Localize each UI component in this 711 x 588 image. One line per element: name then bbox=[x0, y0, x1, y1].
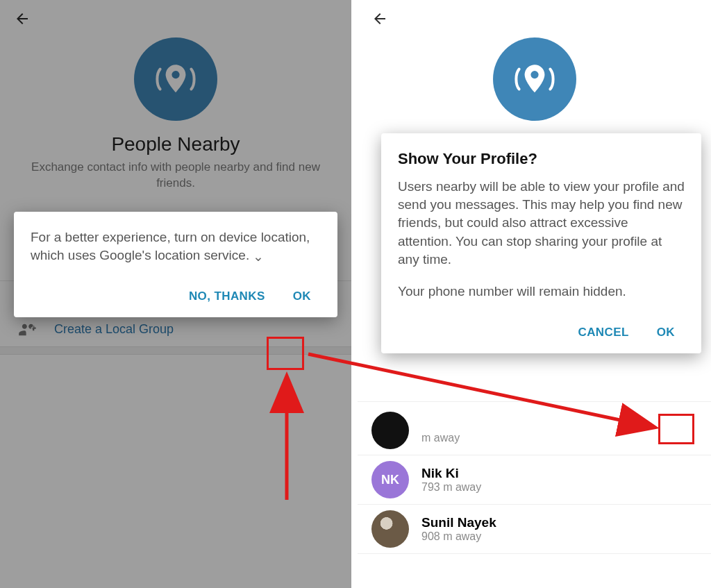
chevron-down-icon[interactable]: ⌄ bbox=[253, 248, 264, 266]
svg-point-1 bbox=[530, 71, 538, 78]
location-permission-dialog: For a better experience, turn on device … bbox=[14, 212, 337, 317]
person-row[interactable]: Sunil Nayek 908 m away bbox=[358, 505, 711, 554]
screenshot-right: People Nearby m away NK Nik Ki 793 m awa… bbox=[358, 0, 711, 588]
no-thanks-button[interactable]: NO, THANKS bbox=[182, 283, 272, 310]
page-title: People Nearby bbox=[18, 133, 333, 156]
create-local-group-row[interactable]: Create a Local Group bbox=[0, 313, 351, 346]
person-name: Sunil Nayek bbox=[421, 515, 496, 530]
topbar bbox=[358, 0, 711, 37]
page-sub: Exchange contact info with people nearby… bbox=[18, 160, 333, 192]
person-row[interactable]: m away bbox=[358, 401, 711, 455]
person-name: Nik Ki bbox=[421, 466, 481, 481]
back-button[interactable] bbox=[8, 5, 36, 33]
arrow-left-icon bbox=[371, 10, 388, 27]
add-group-icon bbox=[18, 320, 37, 339]
create-local-group-label: Create a Local Group bbox=[54, 322, 174, 337]
person-sub: 908 m away bbox=[421, 530, 496, 543]
dialog-body: Users nearby will be able to view your p… bbox=[398, 178, 685, 269]
people-nearby-hero: People Nearby Exchange contact info with… bbox=[0, 37, 351, 204]
people-nearby-icon bbox=[134, 37, 217, 121]
divider bbox=[0, 346, 351, 355]
person-sub: 793 m away bbox=[421, 481, 481, 494]
person-sub: m away bbox=[421, 432, 460, 444]
ok-button[interactable]: OK bbox=[286, 283, 318, 310]
topbar bbox=[0, 0, 351, 37]
svg-point-0 bbox=[172, 71, 179, 78]
dialog-title: Show Your Profile? bbox=[398, 150, 685, 168]
avatar bbox=[371, 510, 409, 548]
cancel-button[interactable]: CANCEL bbox=[571, 319, 635, 346]
avatar: NK bbox=[371, 461, 409, 498]
person-row[interactable]: NK Nik Ki 793 m away bbox=[358, 455, 711, 505]
screenshot-left: People Nearby Exchange contact info with… bbox=[0, 0, 353, 588]
back-button[interactable] bbox=[366, 5, 394, 33]
people-nearby-icon bbox=[493, 37, 576, 121]
ok-button[interactable]: OK bbox=[650, 319, 682, 346]
show-profile-dialog: Show Your Profile? Users nearby will be … bbox=[381, 133, 701, 353]
dialog-body: For a better experience, turn on device … bbox=[31, 230, 310, 262]
avatar bbox=[371, 412, 409, 449]
dialog-body-2: Your phone number will remain hidden. bbox=[398, 283, 685, 301]
arrow-left-icon bbox=[14, 10, 31, 27]
